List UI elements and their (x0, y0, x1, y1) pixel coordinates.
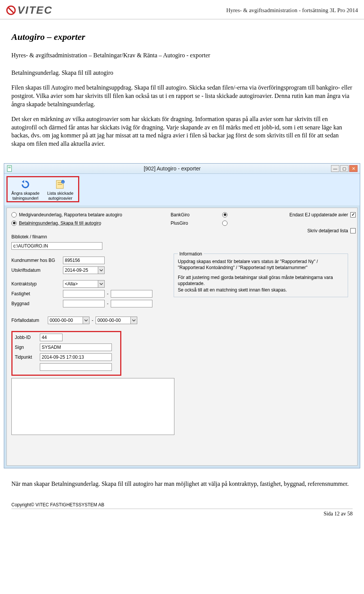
sign-input[interactable] (40, 343, 112, 351)
form-panel: Medgivandeunderlag, Rapportera betalare … (6, 208, 358, 466)
document-icon (6, 165, 13, 172)
logo: VITEC (6, 3, 52, 17)
fastighet-from-input[interactable] (63, 290, 105, 298)
forfall-from-input[interactable] (48, 317, 83, 324)
svg-rect-1 (7, 165, 11, 172)
jobid-input[interactable] (40, 334, 63, 341)
bankgiro-label: BankGiro (171, 212, 190, 218)
radio-row-2[interactable]: Betalningsunderlag, Skapa fil till autog… (11, 220, 174, 226)
only-unupdated-label: Endast EJ uppdaterade avier (289, 212, 348, 218)
right-column: Endast EJ uppdaterade avier Skriv detalj… (242, 212, 356, 236)
kontraktstyp-input[interactable] (63, 280, 98, 288)
sign-label: Sign (15, 344, 38, 350)
logo-mark-icon (6, 5, 16, 15)
kontraktstyp-label: Kontraktstyp (11, 281, 61, 287)
output-textarea[interactable] (11, 378, 174, 435)
footer-paragraph: När man skapar Betalningsunderlag. Skapa… (11, 480, 353, 488)
paragraph-3: Det sker en märkning av vilka autogiroav… (11, 115, 353, 148)
blank-input[interactable] (40, 363, 112, 371)
list-sent-button[interactable]: i Lista skickade autogiroavier (44, 179, 77, 201)
maximize-button[interactable]: ▢ (340, 165, 348, 172)
utskriftsdatum-dropdown[interactable] (98, 266, 105, 274)
detailed-list-checkbox[interactable] (350, 228, 356, 233)
filepath-label-row: Bibliotek / filnamn (11, 234, 174, 240)
info-title: Information (178, 251, 204, 257)
forfallodatum-label: Förfallodatum (11, 317, 46, 323)
dash-separator: - (107, 301, 108, 307)
utskriftsdatum-label: Utskriftsdatum (11, 267, 61, 273)
undo-label: Ångra skapade talningsunderl (9, 191, 42, 200)
tidpunkt-input[interactable] (40, 353, 112, 361)
paragraph-2: Filen skapas till Autogiro med betalning… (11, 84, 353, 108)
list-icon: i (44, 179, 77, 190)
byggnad-label: Byggnad (11, 301, 61, 307)
svg-rect-3 (8, 168, 11, 168)
only-unupdated-checkbox[interactable] (350, 212, 356, 217)
dash-separator: - (107, 291, 108, 297)
info-box: Information Uppdrag skapas endast för be… (174, 254, 348, 297)
page-footer: Copyright© VITEC FASTIGHETSSYSTEM AB Sid… (0, 495, 364, 523)
radio-medgivande-label: Medgivandeunderlag, Rapportera betalare … (19, 212, 122, 218)
toolbar-highlight-group: Ångra skapade talningsunderl i Lista ski… (6, 176, 79, 202)
byggnad-from-input[interactable] (63, 300, 105, 307)
list-label: Lista skickade autogiroavier (44, 191, 77, 200)
page-number: Sida 12 av 58 (11, 509, 353, 518)
window-buttons: — ▢ ✕ (331, 165, 358, 172)
utskriftsdatum-input[interactable] (63, 266, 98, 274)
content: Autogiro – exporter Hyres- & avgiftsadmi… (0, 19, 364, 159)
job-highlight-group: Jobb-ID Sign Tidpunkt (11, 331, 121, 376)
info-body-1: Uppdrag skapas endast för betalare vars … (178, 258, 344, 271)
tidpunkt-label: Tidpunkt (15, 354, 38, 360)
forfall-to-input[interactable] (96, 317, 130, 324)
close-button[interactable]: ✕ (349, 165, 358, 172)
window-title: [902] Autogiro - exporter (13, 165, 331, 172)
kundnummer-label: Kundnummer hos BG (11, 257, 61, 263)
section-heading: Autogiro – exporter (11, 31, 353, 43)
toolbar: Ångra skapade talningsunderl i Lista ski… (4, 174, 360, 205)
svg-rect-6 (58, 184, 62, 185)
info-body-2: För att justering med gjorda betalningar… (178, 274, 344, 293)
dash-separator: - (92, 317, 93, 323)
radio-plusgiro[interactable] (222, 221, 228, 226)
logo-text: VITEC (17, 3, 52, 17)
bankgiro-row[interactable]: BankGiro (171, 212, 228, 218)
plusgiro-label: PlusGiro (171, 220, 188, 226)
radio-medgivande[interactable] (11, 212, 17, 217)
radio-betalning-label: Betalningsunderlag, Skapa fil till autog… (19, 220, 101, 226)
radio-betalning[interactable] (11, 221, 17, 226)
kontraktstyp-dropdown[interactable] (98, 280, 105, 288)
svg-rect-2 (8, 167, 11, 167)
app-window: [902] Autogiro - exporter — ▢ ✕ Ångra sk… (4, 163, 360, 469)
undo-icon (9, 179, 42, 190)
copyright: Copyright© VITEC FASTIGHETSSYSTEM AB (11, 502, 353, 508)
filepath-input[interactable] (11, 242, 102, 250)
detailed-list-label: Skriv detaljerad lista (308, 228, 348, 234)
forfall-to-dropdown[interactable] (130, 317, 137, 324)
footer-paragraph-wrap: När man skapar Betalningsunderlag. Skapa… (0, 468, 364, 488)
left-column: Medgivandeunderlag, Rapportera betalare … (11, 212, 174, 435)
mid-column: BankGiro PlusGiro (171, 212, 228, 228)
copyright-prefix: Copyright© (11, 502, 36, 507)
document-title: Hyres- & avgiftsadministration - fortsät… (226, 6, 358, 14)
fastighet-label: Fastighet (11, 291, 61, 297)
forfall-from-dropdown[interactable] (83, 317, 89, 324)
breadcrumb: Hyres- & avgiftsadministration – Betalni… (11, 51, 353, 60)
intro-line: Betalningsunderlag. Skapa fil till autog… (11, 69, 353, 77)
minimize-button[interactable]: — (331, 165, 339, 172)
byggnad-to-input[interactable] (111, 300, 152, 307)
fastighet-to-input[interactable] (111, 290, 152, 298)
plusgiro-row[interactable]: PlusGiro (171, 220, 228, 226)
filepath-label: Bibliotek / filnamn (11, 234, 47, 240)
jobid-label: Jobb-ID (15, 334, 38, 340)
titlebar: [902] Autogiro - exporter — ▢ ✕ (4, 164, 360, 174)
radio-bankgiro[interactable] (222, 212, 228, 217)
copyright-company: VITEC FASTIGHETSSYSTEM AB (36, 502, 104, 507)
radio-row-1[interactable]: Medgivandeunderlag, Rapportera betalare … (11, 212, 174, 218)
page-header: VITEC Hyres- & avgiftsadministration - f… (0, 0, 364, 19)
kundnummer-input[interactable] (63, 257, 105, 264)
undo-created-button[interactable]: Ångra skapade talningsunderl (9, 179, 42, 201)
